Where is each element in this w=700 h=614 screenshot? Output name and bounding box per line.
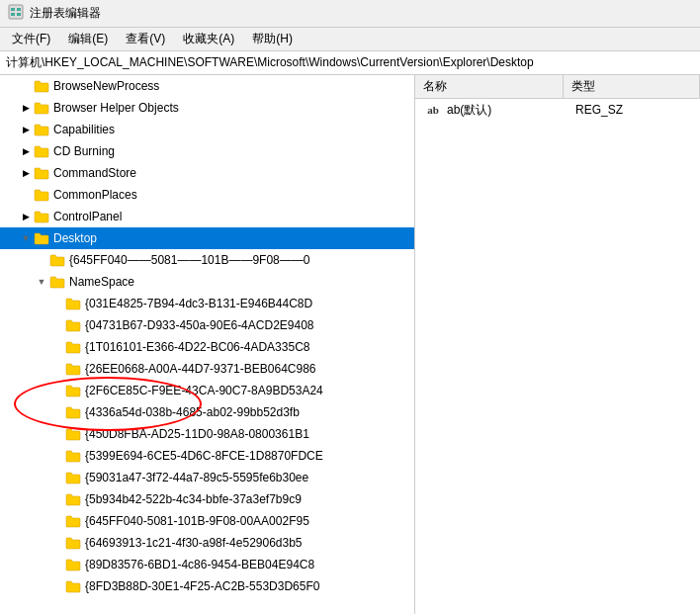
tree-item-ns-110[interactable]: ▶ {1T016101-E366-4D22-BC06-4ADA335C8 <box>0 336 414 358</box>
tree-label: {26EE0668-A00A-44D7-9371-BEB064C986 <box>85 362 316 376</box>
ab-icon: ab <box>423 102 443 118</box>
folder-icon <box>49 253 65 267</box>
tree-label: {1T016101-E366-4D22-BC06-4ADA335C8 <box>85 340 309 354</box>
folder-icon <box>34 123 49 136</box>
registry-editor-icon <box>8 4 24 23</box>
tree-label: CommonPlaces <box>53 188 137 202</box>
tree-label: {450D8FBA-AD25-11D0-98A8-0800361B1 <box>85 427 309 441</box>
menu-edit[interactable]: 编辑(E) <box>60 29 116 49</box>
address-path: 计算机\HKEY_LOCAL_MACHINE\SOFTWARE\Microsof… <box>6 54 534 71</box>
tree-item-browser-helper-objects[interactable]: ▶ Browser Helper Objects <box>0 97 414 119</box>
row-type: REG_SZ <box>575 103 692 117</box>
folder-icon <box>65 536 81 550</box>
folder-icon <box>65 405 81 419</box>
folder-icon <box>34 231 49 245</box>
tree-label: {2F6CE85C-F9EE-43CA-90C7-8A9BD53A24 <box>85 384 323 397</box>
address-bar[interactable]: 计算机\HKEY_LOCAL_MACHINE\SOFTWARE\Microsof… <box>0 51 700 75</box>
menu-favorites[interactable]: 收藏夹(A) <box>175 29 242 49</box>
folder-icon <box>65 384 81 397</box>
folder-icon <box>65 297 81 310</box>
toggle-collapsed[interactable]: ▶ <box>18 143 34 159</box>
toggle-collapsed[interactable]: ▶ <box>18 209 34 224</box>
menu-file[interactable]: 文件(F) <box>4 29 58 49</box>
toggle-expanded[interactable]: ▼ <box>18 230 34 246</box>
registry-row-default[interactable]: ab ab(默认) REG_SZ <box>415 99 700 121</box>
tree-item-ns-646[interactable]: ▶ {64693913-1c21-4f30-a98f-4e52906d3b5 <box>0 532 414 554</box>
tree-panel[interactable]: ▶ BrowseNewProcess ▶ Browser Helper Obje… <box>0 75 415 614</box>
tree-label: {031E4825-7B94-4dc3-B131-E946B44C8D <box>85 297 312 310</box>
tree-label: Capabilities <box>53 123 115 136</box>
folder-icon <box>34 210 49 223</box>
tree-label: {04731B67-D933-450a-90E6-4ACD2E9408 <box>85 318 314 332</box>
tree-item-ns-8fd[interactable]: ▶ {8FD3B88D-30E1-4F25-AC2B-553D3D65F0 <box>0 575 414 597</box>
toggle-collapsed[interactable]: ▶ <box>18 100 34 116</box>
tree-label: {5b934b42-522b-4c34-bbfe-37a3ef7b9c9 <box>85 492 302 506</box>
folder-icon <box>34 79 49 93</box>
tree-label: Desktop <box>53 231 97 245</box>
tree-item-ns-047[interactable]: ▶ {04731B67-D933-450a-90E6-4ACD2E9408 <box>0 314 414 336</box>
tree-label: {8FD3B88D-30E1-4F25-AC2B-553D3D65F0 <box>85 579 319 593</box>
folder-icon <box>65 514 81 528</box>
tree-item-ns-539[interactable]: ▶ {5399E694-6CE5-4D6C-8FCE-1D8870FDCE <box>0 445 414 467</box>
folder-icon <box>65 492 81 506</box>
tree-label: {4336a54d-038b-4685-ab02-99bb52d3fb <box>85 405 300 419</box>
folder-icon <box>65 449 81 463</box>
folder-icon <box>34 166 49 180</box>
toggle-collapsed[interactable]: ▶ <box>18 165 34 181</box>
folder-icon <box>49 275 65 289</box>
menu-view[interactable]: 查看(V) <box>118 29 173 49</box>
tree-item-ns-645[interactable]: ▶ {645FF040-5081-101B-9F08-00AA002F95 <box>0 510 414 532</box>
tree-item-common-places[interactable]: ▶ CommonPlaces <box>0 184 414 206</box>
folder-icon <box>65 362 81 376</box>
tree-item-ns-450[interactable]: ▶ {450D8FBA-AD25-11D0-98A8-0800361B1 <box>0 423 414 445</box>
folder-icon <box>65 427 81 441</box>
menu-help[interactable]: 帮助(H) <box>244 29 301 49</box>
folder-icon <box>34 188 49 202</box>
toggle-collapsed[interactable]: ▶ <box>18 122 34 137</box>
title-text: 注册表编辑器 <box>30 5 101 22</box>
tree-item-ns-031[interactable]: ▶ {031E4825-7B94-4dc3-B131-E946B44C8D <box>0 293 414 314</box>
title-bar: 注册表编辑器 <box>0 0 700 28</box>
tree-label: Browser Helper Objects <box>53 101 179 115</box>
svg-rect-2 <box>17 8 21 11</box>
tree-item-command-store[interactable]: ▶ CommandStore <box>0 162 414 184</box>
folder-icon <box>34 101 49 115</box>
svg-rect-4 <box>17 13 21 16</box>
main-content: ▶ BrowseNewProcess ▶ Browser Helper Obje… <box>0 75 700 614</box>
svg-rect-1 <box>11 8 15 11</box>
tree-item-ns-433[interactable]: ▶ {4336a54d-038b-4685-ab02-99bb52d3fb <box>0 401 414 423</box>
tree-label: {89D83576-6BD1-4c86-9454-BEB04E94C8 <box>85 558 314 571</box>
tree-item-namespace[interactable]: ▼ NameSpace <box>0 271 414 293</box>
tree-item-capabilities[interactable]: ▶ Capabilities <box>0 119 414 140</box>
tree-label: {5399E694-6CE5-4D6C-8FCE-1D8870FDCE <box>85 449 323 463</box>
col-name-header: 名称 <box>415 75 564 98</box>
tree-item-ns-89d[interactable]: ▶ {89D83576-6BD1-4c86-9454-BEB04E94C8 <box>0 554 414 575</box>
tree-label: NameSpace <box>69 275 134 289</box>
tree-item-ns-2f6[interactable]: ▶ {2F6CE85C-F9EE-43CA-90C7-8A9BD53A24 <box>0 380 414 401</box>
tree-label: ControlPanel <box>53 210 122 223</box>
folder-icon <box>65 318 81 332</box>
tree-item-ns-5b9[interactable]: ▶ {5b934b42-522b-4c34-bbfe-37a3ef7b9c9 <box>0 488 414 510</box>
folder-icon <box>65 471 81 484</box>
tree-label: {64693913-1c21-4f30-a98f-4e52906d3b5 <box>85 536 303 550</box>
tree-label: {645FF040——5081——101B——9F08——0 <box>69 253 309 267</box>
tree-item-browse-new-process[interactable]: ▶ BrowseNewProcess <box>0 75 414 97</box>
toggle-expanded[interactable]: ▼ <box>34 274 49 290</box>
tree-item-desktop[interactable]: ▼ Desktop <box>0 227 414 249</box>
folder-icon <box>65 340 81 354</box>
tree-label: BrowseNewProcess <box>53 79 159 93</box>
menu-bar: 文件(F) 编辑(E) 查看(V) 收藏夹(A) 帮助(H) <box>0 28 700 51</box>
right-panel: 名称 类型 ab ab(默认) REG_SZ <box>415 75 700 614</box>
tree-label: CommandStore <box>53 166 136 180</box>
tree-item-ns-590[interactable]: ▶ {59031a47-3f72-44a7-89c5-5595fe6b30ee <box>0 467 414 488</box>
tree-item-ns-26e[interactable]: ▶ {26EE0668-A00A-44D7-9371-BEB064C986 <box>0 358 414 380</box>
row-name: ab(默认) <box>447 102 575 119</box>
folder-icon <box>34 144 49 158</box>
tree-item-cd-burning[interactable]: ▶ CD Burning <box>0 140 414 162</box>
tree-item-desktop-sub1[interactable]: ▶ {645FF040——5081——101B——9F08——0 <box>0 249 414 271</box>
svg-rect-3 <box>11 13 15 16</box>
tree-label: {59031a47-3f72-44a7-89c5-5595fe6b30ee <box>85 471 308 484</box>
col-type-header: 类型 <box>564 75 700 98</box>
svg-rect-0 <box>9 5 23 19</box>
tree-item-control-panel[interactable]: ▶ ControlPanel <box>0 206 414 227</box>
